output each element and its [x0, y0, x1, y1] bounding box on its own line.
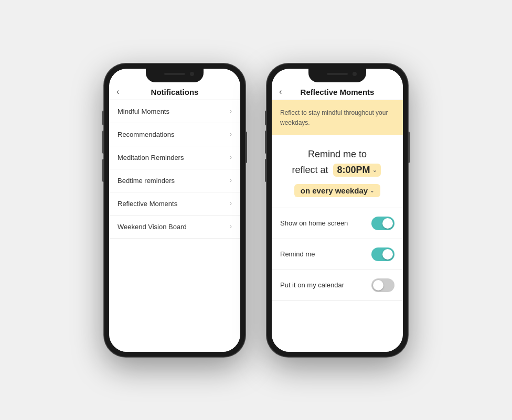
list-item-label: Recommendations	[118, 131, 174, 138]
chevron-icon: ›	[230, 154, 232, 161]
speaker-right	[327, 73, 348, 75]
notch-right	[308, 69, 366, 82]
list-item[interactable]: Recommendations ›	[109, 123, 240, 146]
list-item-label: Reflective Moments	[118, 200, 177, 208]
chevron-icon: ›	[230, 223, 232, 230]
chevron-icon: ›	[230, 107, 232, 115]
list-item[interactable]: Bedtime reminders ›	[109, 169, 240, 192]
remind-prefix: reflect at	[292, 165, 328, 175]
chevron-icon: ›	[230, 177, 232, 184]
time-dropdown-arrow: ⌄	[372, 167, 377, 173]
info-banner: Reflect to stay mindful throughout your …	[272, 100, 403, 135]
toggle-knob-home-screen	[382, 218, 393, 229]
nav-header-right: ‹ Reflective Moments	[272, 84, 403, 100]
nav-title-left: Notifications	[151, 88, 199, 96]
toggle-row-remind-me: Remind me	[272, 239, 403, 270]
time-value: 8:00PM	[337, 165, 370, 176]
day-dropdown-arrow: ⌄	[370, 188, 374, 193]
list-item-label: Mindful Moments	[118, 107, 169, 115]
toggle-home-screen[interactable]	[371, 217, 394, 230]
list-item[interactable]: Weekend Vision Board ›	[109, 216, 240, 239]
toggle-knob-calendar	[373, 280, 383, 290]
list-item[interactable]: Reflective Moments ›	[109, 192, 240, 216]
toggle-label-remind-me: Remind me	[280, 250, 315, 258]
chevron-icon: ›	[230, 131, 232, 138]
toggle-label-home-screen: Show on home screen	[280, 219, 348, 227]
nav-title-right: Reflective Moments	[301, 88, 375, 96]
phone-reflective: ‹ Reflective Moments Reflect to stay min…	[266, 63, 408, 357]
back-button-left[interactable]: ‹	[116, 87, 119, 96]
phone-notifications: ‹ Notifications Mindful Moments › Recomm…	[104, 63, 246, 357]
camera-left	[190, 72, 194, 76]
toggle-row-calendar: Put it on my calendar	[272, 270, 403, 301]
toggle-calendar[interactable]	[371, 278, 394, 292]
toggle-remind-me[interactable]	[371, 247, 394, 261]
list-item[interactable]: Mindful Moments ›	[109, 100, 240, 123]
remind-section: Remind me to reflect at 8:00PM ⌄ on ever…	[272, 135, 403, 208]
day-picker[interactable]: on every weekday ⌄	[294, 184, 380, 197]
list-item-label: Meditation Reminders	[118, 154, 184, 161]
toggle-row-home-screen: Show on home screen	[272, 208, 403, 239]
notifications-list: Mindful Moments › Recommendations › Medi…	[109, 100, 240, 352]
remind-line1: Remind me to	[280, 147, 394, 161]
camera-right	[353, 72, 357, 76]
list-item-label: Bedtime reminders	[118, 177, 175, 185]
toggle-label-calendar: Put it on my calendar	[280, 281, 344, 289]
speaker-left	[164, 73, 185, 75]
back-button-right[interactable]: ‹	[279, 87, 282, 96]
time-picker[interactable]: 8:00PM ⌄	[333, 164, 381, 177]
banner-text: Reflect to stay mindful throughout your …	[280, 109, 388, 126]
list-item-label: Weekend Vision Board	[118, 223, 187, 231]
scene: ‹ Notifications Mindful Moments › Recomm…	[104, 63, 408, 357]
chevron-icon: ›	[230, 200, 232, 207]
list-item[interactable]: Meditation Reminders ›	[109, 146, 240, 169]
nav-header-left: ‹ Notifications	[109, 84, 240, 100]
toggle-knob-remind-me	[382, 249, 393, 260]
toggle-section: Show on home screen Remind me Put it on …	[272, 208, 403, 352]
notch-left	[146, 69, 204, 82]
day-value: on every weekday	[301, 186, 368, 195]
